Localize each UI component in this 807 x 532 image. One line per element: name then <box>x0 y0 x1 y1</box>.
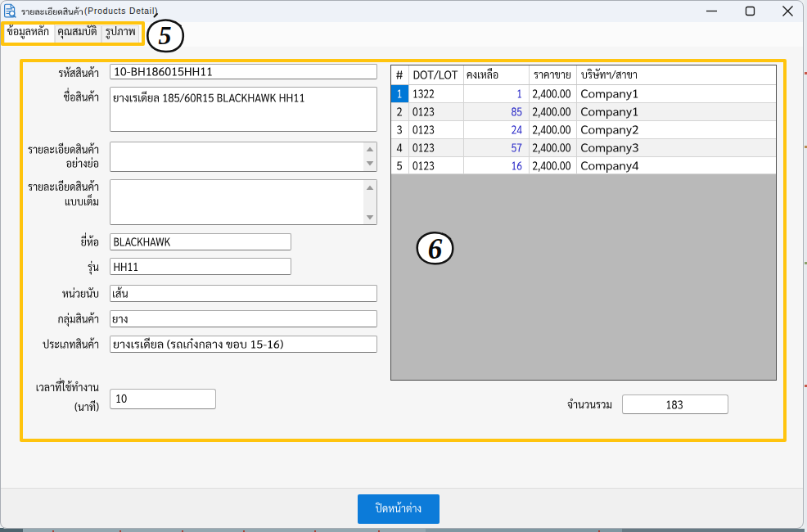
svg-text:5: 5 <box>159 20 172 50</box>
svg-text:6: 6 <box>428 233 443 265</box>
